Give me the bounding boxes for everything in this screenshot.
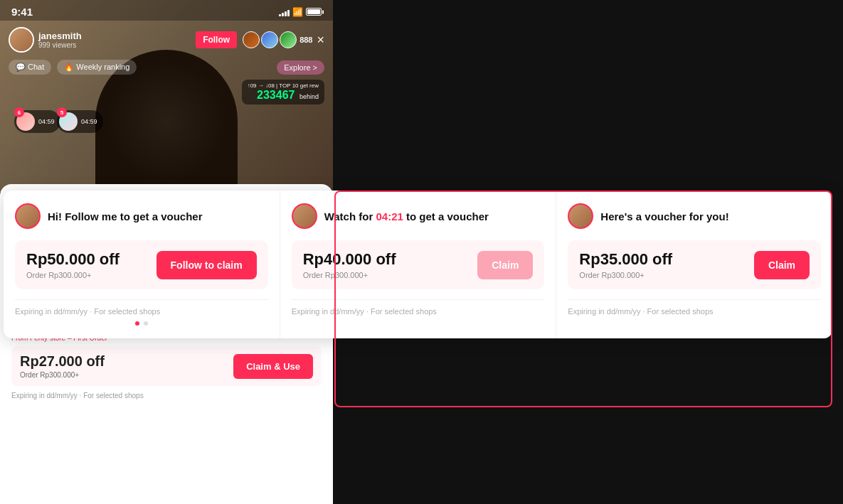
ranking-bar: ↑09 → ↓08 | TOP 10 get rew 233467 behind — [242, 80, 324, 104]
panel-2-header: Watch for 04:21 to get a voucher — [292, 203, 545, 229]
expanded-card-3: Here's a voucher for you! Rp35.000 off O… — [556, 191, 832, 338]
panel-body-3: Rp35.000 off Order Rp300.000+ Claim — [568, 240, 821, 289]
avatar — [9, 27, 34, 53]
status-icons: 📶 — [279, 7, 322, 17]
panel-dots-1 — [15, 321, 268, 326]
second-voucher-amount-info: Rp27.000 off Order Rp300.000+ — [20, 353, 105, 379]
panel-avatar-1 — [15, 203, 41, 229]
panel-min-2: Order Rp300.000+ — [303, 271, 396, 279]
status-time: 9:41 — [11, 6, 33, 18]
chat-tab-label: 💬 Chat — [16, 63, 44, 72]
panel-footer-2: Expiring in dd/mm/yy · For selected shop… — [292, 299, 545, 316]
panel-dot-inactive — [144, 321, 148, 326]
second-voucher-min-order: Order Rp300.000+ — [20, 371, 105, 379]
explore-tab-label: Explore > — [284, 63, 317, 72]
wifi-icon: 📶 — [292, 7, 303, 17]
panel-footer-1: Expiring in dd/mm/yy · For selected shop… — [15, 299, 268, 316]
floating-gift-2: 5 04:59 — [57, 110, 103, 133]
battery-icon — [306, 8, 322, 16]
panel-amount-info-2: Rp40.000 off Order Rp300.000+ — [303, 250, 396, 279]
explore-tab[interactable]: Explore > — [277, 60, 324, 75]
panel-amount-info-1: Rp50.000 off Order Rp300.000+ — [26, 250, 120, 279]
second-voucher-footer: Expiring in dd/mm/yy · For selected shop… — [11, 392, 322, 400]
floating-gift-1: 6 04:59 — [14, 110, 60, 133]
panel-amount-1: Rp50.000 off — [26, 250, 120, 269]
username: janesmith — [38, 31, 190, 41]
gift-box-2: 5 04:59 — [57, 110, 103, 133]
panel-amount-2: Rp40.000 off — [303, 250, 396, 269]
panel-timer: 04:21 — [376, 210, 403, 222]
expanded-card-2: Watch for 04:21 to get a voucher Rp40.00… — [280, 191, 557, 338]
signal-bar-1 — [279, 14, 281, 16]
panel-3-header: Here's a voucher for you! — [568, 203, 821, 229]
gift-count: 888 — [299, 36, 312, 44]
gift-avatar-3 — [280, 31, 297, 48]
panel-title-2: Watch for 04:21 to get a voucher — [324, 210, 489, 222]
chat-tab[interactable]: 💬 Chat — [9, 60, 51, 75]
close-button[interactable]: × — [317, 33, 324, 48]
top-bar: janesmith 999 viewers Follow 888 × — [0, 21, 333, 58]
second-voucher-body: Rp27.000 off Order Rp300.000+ Claim & Us… — [11, 346, 322, 386]
follow-button[interactable]: Follow — [196, 31, 237, 48]
panel-body-2: Rp40.000 off Order Rp300.000+ Claim — [292, 240, 545, 289]
panel-min-1: Order Rp300.000+ — [26, 271, 120, 279]
panel-body-1: Rp50.000 off Order Rp300.000+ Follow to … — [15, 240, 268, 289]
expanded-card-1: Hi! Follow me to get a voucher Rp50.000 … — [4, 191, 280, 338]
panel-footer-3: Expiring in dd/mm/yy · For selected shop… — [568, 299, 821, 316]
panel-min-3: Order Rp300.000+ — [579, 271, 672, 279]
weekly-ranking-tab[interactable]: 🔥 Weekly ranking — [57, 60, 137, 75]
panel-follow-claim-button[interactable]: Follow to claim — [157, 251, 257, 279]
gift-badge-2: 5 — [57, 107, 67, 117]
ranking-suffix: behind — [299, 93, 319, 100]
ranking-number: 233467 — [257, 89, 295, 101]
avatar-image — [10, 28, 33, 51]
gift-timer-1: 04:59 — [38, 118, 55, 125]
viewers-count: 999 viewers — [38, 41, 190, 49]
status-bar: 9:41 📶 — [0, 0, 333, 21]
panel-title-3: Here's a voucher for you! — [600, 210, 728, 222]
signal-bar-2 — [282, 13, 284, 16]
second-voucher-amount: Rp27.000 off — [20, 353, 105, 370]
weekly-tab-label: 🔥 Weekly ranking — [64, 63, 129, 72]
claim-use-button[interactable]: Claim & Use — [233, 354, 313, 379]
gift-badge-1: 6 — [14, 107, 24, 117]
three-cards-container: Hi! Follow me to get a voucher Rp50.000 … — [4, 191, 832, 338]
panel-avatar-3 — [568, 203, 593, 229]
panel-claim-button-active[interactable]: Claim — [754, 251, 810, 279]
panel-avatar-2 — [292, 203, 317, 229]
gift-timer-2: 04:59 — [81, 118, 97, 125]
battery-fill — [307, 9, 320, 14]
panel-dot-active — [135, 321, 139, 326]
gift-avatar-1 — [243, 31, 260, 48]
panel-amount-info-3: Rp35.000 off Order Rp300.000+ — [579, 250, 672, 279]
signal-bar-3 — [285, 11, 287, 16]
gift-avatars — [243, 31, 297, 48]
panel-1-header: Hi! Follow me to get a voucher — [15, 203, 268, 229]
user-info: janesmith 999 viewers — [38, 31, 190, 49]
signal-bar-4 — [287, 10, 290, 16]
ranking-info: ↑09 → ↓08 | TOP 10 get rew — [248, 82, 319, 89]
signal-icon — [279, 8, 290, 16]
gift-avatar-2 — [261, 31, 278, 48]
panel-amount-3: Rp35.000 off — [579, 250, 672, 269]
panel-title-1: Hi! Follow me to get a voucher — [48, 210, 203, 222]
panel-claim-button-disabled[interactable]: Claim — [477, 251, 533, 279]
gift-box-1: 6 04:59 — [14, 110, 60, 133]
tab-bar: 💬 Chat 🔥 Weekly ranking Explore > — [0, 57, 333, 77]
